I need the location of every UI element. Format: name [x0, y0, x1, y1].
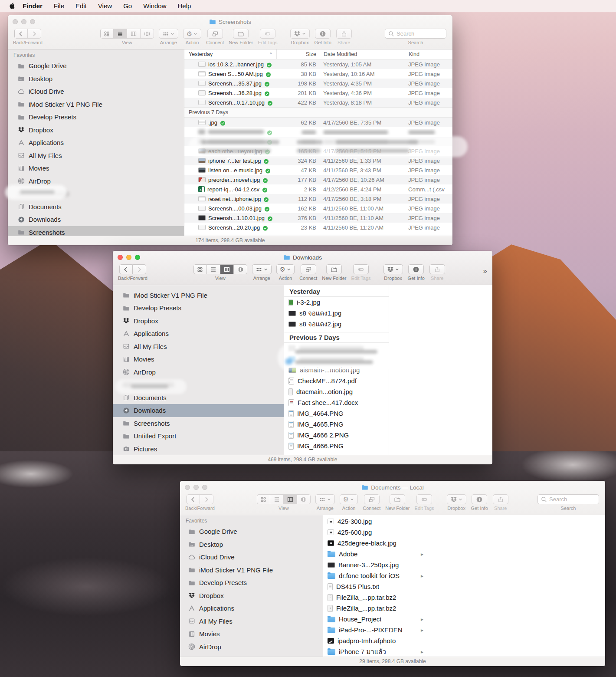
- file-row[interactable]: Screen S....50 AM.jpg38 KBYesterday, 10:…: [184, 69, 452, 79]
- dropbox-button[interactable]: [290, 29, 310, 39]
- sidebar-item-google-drive[interactable]: Google Drive: [180, 525, 323, 538]
- file-row[interactable]: DS415 Plus.txt: [323, 581, 427, 592]
- dropbox-button[interactable]: [383, 264, 403, 274]
- file-row[interactable]: i-3-2.jpg: [284, 297, 389, 308]
- file-row[interactable]: report-iq...-04-12.csv2 KB4/12/2560 BE, …: [184, 184, 452, 194]
- zoom-button[interactable]: [202, 485, 207, 490]
- forward-button[interactable]: [200, 494, 213, 504]
- file-row[interactable]: preorder...moveh.jpg177 KB4/17/2560 BE, …: [184, 175, 452, 184]
- file-row[interactable]: ipadpro-tmh.afphoto: [323, 635, 427, 646]
- toolbar-overflow-chevron[interactable]: »: [483, 264, 487, 276]
- sidebar-item-movies[interactable]: Movies: [113, 353, 284, 366]
- file-row[interactable]: 425-600.jpg: [323, 527, 427, 538]
- view-icon-button[interactable]: [193, 264, 207, 274]
- file-row[interactable]: .jpg62 KB4/17/2560 BE, 7:35 PMJPEG image: [184, 118, 452, 127]
- file-row[interactable]: s8 จอแดง2.jpg: [284, 319, 389, 329]
- sidebar-item-icloud-drive[interactable]: iCloud Drive: [113, 285, 284, 289]
- file-row[interactable]: [284, 343, 389, 354]
- title-bar[interactable]: Screenshots: [8, 15, 452, 28]
- file-row[interactable]: FileZilla_...pp.tar.bz2: [323, 592, 427, 603]
- arrange-button[interactable]: [159, 29, 178, 39]
- menu-item-file[interactable]: File: [48, 2, 70, 10]
- sidebar-item-documents[interactable]: Documents: [113, 391, 284, 404]
- sidebar-item-imod-sticker-v1-png-file[interactable]: iMod Sticker V1 PNG File: [113, 289, 284, 302]
- sidebar-item-airdrop[interactable]: AirDrop: [8, 175, 184, 188]
- sidebar-item-untitled-export[interactable]: Untitled Export: [113, 430, 284, 443]
- sidebar-item-develop-presets[interactable]: Develop Presets: [113, 302, 284, 315]
- file-row[interactable]: listen on...e music.jpg47 KB4/11/2560 BE…: [184, 165, 452, 175]
- view-list-button[interactable]: [114, 29, 127, 39]
- file-row[interactable]: ios 10.3.2...banner.jpg85 KBYesterday, 1…: [184, 59, 452, 69]
- menu-item-view[interactable]: View: [92, 2, 118, 10]
- column-header-date[interactable]: Date Modified: [320, 49, 405, 59]
- file-row[interactable]: s8 จอแดง1.jpg: [284, 308, 389, 319]
- file-row[interactable]: FileZilla_...pp.tar.bz2: [323, 603, 427, 614]
- close-button[interactable]: [118, 255, 123, 260]
- menu-item-edit[interactable]: Edit: [70, 2, 92, 10]
- sidebar-item-all-my-files[interactable]: All My Files: [180, 615, 323, 628]
- file-row[interactable]: IMG_4666.PNG: [284, 440, 389, 451]
- connect-button[interactable]: [207, 29, 223, 39]
- file-row[interactable]: CheckME...8724.pdf: [284, 375, 389, 386]
- file-row[interactable]: IMG_4666 2.PNG: [284, 430, 389, 440]
- file-row[interactable]: iPad-Pro-...-PIXEDEN▸: [323, 624, 427, 635]
- view-icon-button[interactable]: [257, 494, 270, 504]
- sidebar-item-downloads[interactable]: Downloads: [8, 213, 184, 226]
- file-row[interactable]: Screensh...1.10.01.jpg376 KB4/11/2560 BE…: [184, 213, 452, 223]
- view-columns-button[interactable]: [220, 264, 234, 274]
- sidebar-item-develop-presets[interactable]: Develop Presets: [180, 576, 323, 589]
- file-row[interactable]: each othe...ueyou.jpg165 KB4/17/2560 BE,…: [184, 146, 452, 156]
- view-flow-button[interactable]: [297, 494, 311, 504]
- back-button[interactable]: [119, 264, 133, 274]
- menu-item-finder[interactable]: Finder: [16, 2, 48, 10]
- search-input[interactable]: [549, 496, 596, 503]
- action-button[interactable]: ⚙: [183, 29, 201, 39]
- file-row[interactable]: Adobe▸: [323, 549, 427, 559]
- sidebar-item-icloud-drive[interactable]: iCloud Drive: [8, 85, 184, 98]
- file-row[interactable]: Screensh...20.20.jpg23 KB4/11/2560 BE, 1…: [184, 223, 452, 232]
- view-columns-button[interactable]: [127, 29, 141, 39]
- file-row[interactable]: iPhone 7 มาแล้ว▸: [323, 646, 427, 657]
- new-folder-button[interactable]: [390, 494, 405, 504]
- menu-item-go[interactable]: Go: [118, 2, 138, 10]
- sidebar-item-dropbox[interactable]: Dropbox: [180, 589, 323, 602]
- minimize-button[interactable]: [21, 19, 26, 24]
- sidebar-item-airdrop[interactable]: AirDrop: [113, 366, 284, 379]
- sidebar-item-screenshots[interactable]: Screenshots: [113, 417, 284, 430]
- view-list-button[interactable]: [270, 494, 284, 504]
- forward-button[interactable]: [28, 29, 41, 39]
- file-row[interactable]: Fact shee...417.docx: [284, 397, 389, 408]
- forward-button[interactable]: [133, 264, 146, 274]
- get-info-button[interactable]: [315, 29, 331, 39]
- file-row[interactable]: Screensh...0.17.10.jpg422 KBYesterday, 8…: [184, 98, 452, 107]
- sidebar-item-screenshots[interactable]: Screenshots: [8, 226, 184, 236]
- sidebar-item-desktop[interactable]: Desktop: [8, 72, 184, 85]
- view-flow-button[interactable]: [141, 29, 154, 39]
- sidebar-item-downloads[interactable]: Downloads: [113, 404, 284, 417]
- dropbox-button[interactable]: [447, 494, 466, 504]
- file-row[interactable]: iphone 7...ter test.jpg324 KB4/11/2560 B…: [184, 156, 452, 165]
- close-button[interactable]: [13, 19, 18, 24]
- sidebar-item-dropbox[interactable]: Dropbox: [113, 315, 284, 328]
- title-bar[interactable]: Downloads: [113, 251, 492, 264]
- view-columns-button[interactable]: [284, 494, 297, 504]
- get-info-button[interactable]: [472, 494, 487, 504]
- sidebar-item-movies[interactable]: Movies: [8, 162, 184, 175]
- view-flow-button[interactable]: [234, 264, 247, 274]
- file-row[interactable]: [184, 137, 452, 146]
- file-row[interactable]: House_Project▸: [323, 614, 427, 624]
- menu-item-help[interactable]: Help: [172, 2, 197, 10]
- sidebar-item-imod-sticker-v1-png-file[interactable]: iMod Sticker V1 PNG File: [8, 98, 184, 111]
- sidebar-item-desktop[interactable]: Desktop: [180, 538, 323, 551]
- file-row[interactable]: 425degree-black.jpg: [323, 538, 427, 549]
- minimize-button[interactable]: [193, 485, 199, 490]
- file-row[interactable]: reset net...iphone.jpg112 KB4/17/2560 BE…: [184, 194, 452, 204]
- sidebar-item-develop-presets[interactable]: Develop Presets: [8, 111, 184, 124]
- sidebar-item-documents[interactable]: Documents: [8, 200, 184, 214]
- file-row[interactable]: Screensh....36.28.jpg201 KBYesterday, 4:…: [184, 88, 452, 98]
- new-folder-button[interactable]: [326, 264, 342, 274]
- sidebar-item-google-drive[interactable]: Google Drive: [8, 59, 184, 72]
- action-button[interactable]: ⚙: [340, 494, 358, 504]
- connect-button[interactable]: [301, 264, 316, 274]
- back-button[interactable]: [187, 494, 200, 504]
